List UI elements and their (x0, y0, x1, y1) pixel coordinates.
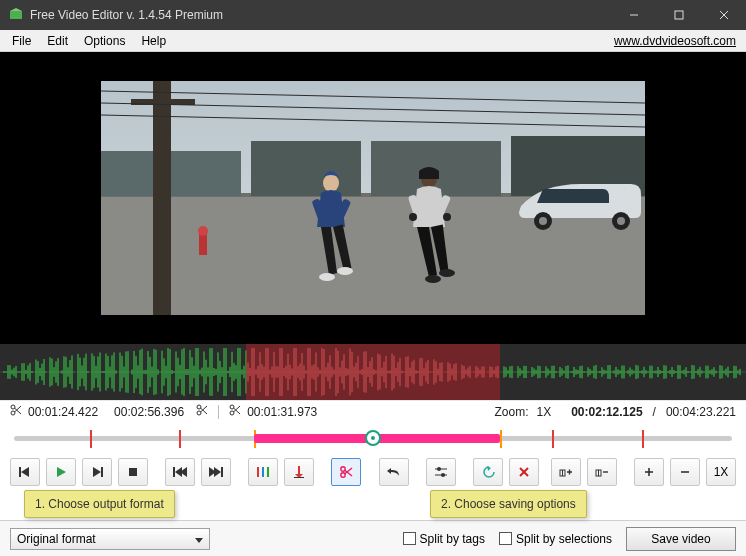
svg-rect-417 (101, 467, 103, 477)
maximize-button[interactable] (656, 0, 701, 30)
audio-waveform[interactable] (0, 344, 746, 400)
svg-point-32 (425, 275, 441, 283)
scissors-icon (10, 404, 22, 419)
rotate-left-button[interactable] (473, 458, 503, 486)
markers-button[interactable] (248, 458, 278, 486)
svg-line-15 (101, 115, 645, 127)
seek-end-button[interactable] (201, 458, 231, 486)
range2-start: 00:01:31.973 (247, 405, 317, 419)
zoom-minus-button[interactable] (670, 458, 700, 486)
waveform-selection[interactable] (246, 344, 500, 400)
svg-point-21 (617, 217, 625, 225)
split-by-tags-checkbox[interactable]: Split by tags (403, 532, 485, 546)
svg-point-33 (439, 269, 455, 277)
title-bar: Free Video Editor v. 1.4.54 Premium (0, 0, 746, 30)
settings-button[interactable] (426, 458, 456, 486)
menu-help[interactable]: Help (133, 32, 174, 50)
zoom-value: 1X (537, 405, 552, 419)
svg-rect-418 (129, 468, 137, 476)
scissors-icon (229, 404, 241, 419)
svg-point-31 (443, 213, 451, 221)
seek-start-button[interactable] (165, 458, 195, 486)
zoom-plus-button[interactable] (634, 458, 664, 486)
timeline-slider[interactable] (0, 422, 746, 452)
close-button[interactable] (701, 0, 746, 30)
minimize-button[interactable] (611, 0, 656, 30)
window-title: Free Video Editor v. 1.4.54 Premium (30, 8, 611, 22)
svg-rect-8 (251, 141, 361, 196)
undo-button[interactable] (379, 458, 409, 486)
svg-point-26 (337, 267, 353, 275)
prev-frame-button[interactable] (10, 458, 40, 486)
website-link[interactable]: www.dvdvideosoft.com (614, 34, 736, 48)
checkbox-label: Split by selections (516, 532, 612, 546)
menu-bar: File Edit Options Help www.dvdvideosoft.… (0, 30, 746, 52)
svg-rect-421 (257, 467, 259, 477)
svg-point-433 (441, 473, 445, 477)
svg-point-17 (198, 226, 208, 236)
svg-rect-416 (19, 467, 21, 477)
output-format-dropdown[interactable]: Original format (10, 528, 210, 550)
svg-rect-2 (675, 11, 683, 19)
cut-tool-button[interactable] (331, 458, 361, 486)
zoom-in-button[interactable] (551, 458, 581, 486)
chevron-down-icon (195, 532, 203, 546)
callout-saving-options: 2. Choose saving options (430, 490, 587, 518)
toolbar: 1X (0, 452, 746, 492)
svg-rect-422 (262, 467, 264, 477)
total-time: 00:04:23.221 (666, 405, 736, 419)
bottom-bar: Original format Split by tags Split by s… (0, 520, 746, 556)
menu-options[interactable]: Options (76, 32, 133, 50)
split-by-selections-checkbox[interactable]: Split by selections (499, 532, 612, 546)
svg-point-30 (409, 213, 417, 221)
set-marker-button[interactable] (284, 458, 314, 486)
save-video-button[interactable]: Save video (626, 527, 736, 551)
svg-rect-0 (10, 11, 22, 19)
zoom-label: Zoom: (494, 405, 528, 419)
callout-output-format: 1. Choose output format (24, 490, 175, 518)
current-time: 00:02:12.125 (571, 405, 642, 419)
svg-rect-419 (173, 467, 175, 477)
stop-button[interactable] (118, 458, 148, 486)
app-icon (8, 7, 24, 23)
menu-file[interactable]: File (4, 32, 39, 50)
zoom-reset-button[interactable]: 1X (706, 458, 736, 486)
zoom-out-button[interactable] (587, 458, 617, 486)
play-button[interactable] (46, 458, 76, 486)
svg-line-14 (101, 103, 645, 115)
range1-start: 00:01:24.422 (28, 405, 98, 419)
clip-info-row: 00:01:24.422 00:02:56.396 00:01:31.973 Z… (0, 400, 746, 422)
svg-point-25 (319, 273, 335, 281)
checkbox-label: Split by tags (420, 532, 485, 546)
range1-end: 00:02:56.396 (114, 405, 184, 419)
svg-rect-423 (267, 467, 269, 477)
svg-rect-420 (221, 467, 223, 477)
playhead[interactable] (365, 430, 381, 446)
scissors-icon (196, 404, 208, 419)
menu-edit[interactable]: Edit (39, 32, 76, 50)
dropdown-value: Original format (17, 532, 96, 546)
next-frame-button[interactable] (82, 458, 112, 486)
delete-button[interactable] (509, 458, 539, 486)
svg-point-19 (539, 217, 547, 225)
video-frame[interactable] (101, 81, 645, 315)
svg-point-431 (437, 467, 441, 471)
video-preview-area (0, 52, 746, 344)
svg-point-22 (323, 174, 339, 192)
